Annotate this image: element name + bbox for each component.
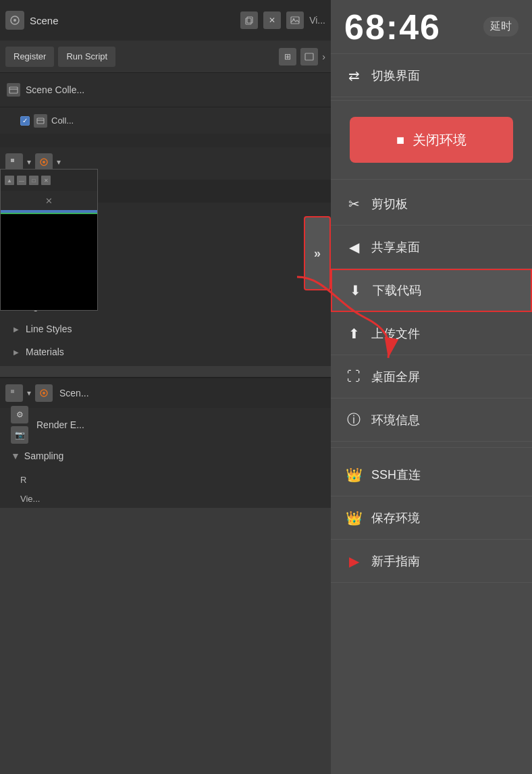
sw-top-bar: ✕ (1, 191, 97, 210)
blender-dropdown-arrow: ▾ (57, 157, 61, 167)
close-env-button[interactable]: ■ 关闭环境 (350, 117, 513, 163)
vie-item: Vie... (0, 489, 331, 508)
view-label: Vi... (309, 15, 325, 26)
render-icons: ⚙ 📷 (11, 406, 28, 444)
toolbar-dropdown-arrow: ▾ (27, 157, 31, 167)
svg-rect-20 (15, 394, 18, 397)
stop-icon: ■ (396, 132, 404, 148)
small-window-content: ✕ (1, 191, 97, 310)
close-btn[interactable]: ✕ (263, 11, 281, 29)
fullscreen-label: 桌面全屏 (371, 369, 420, 385)
image-view-icon[interactable] (300, 48, 318, 66)
coll-icon (34, 114, 47, 128)
sw-close-icon[interactable]: ✕ (45, 196, 53, 206)
clipboard-icon: ✂ (344, 196, 363, 212)
svg-point-22 (43, 392, 45, 394)
save-env-item[interactable]: 👑 保存环境 (331, 496, 532, 540)
env-info-label: 环境信息 (371, 412, 420, 428)
render-row: ⚙ 📷 Render E... (0, 408, 331, 442)
ssh-direct-label: SSH直连 (371, 467, 421, 483)
upload-file-icon: ⬆ (344, 326, 363, 342)
materials-arrow: ▶ (14, 349, 19, 356)
clipboard-label: 剪切板 (371, 196, 408, 212)
collection-checkbox[interactable]: ✓ (20, 116, 30, 126)
share-desktop-item[interactable]: ◀ 共享桌面 (331, 226, 532, 269)
lower-toolbar: ▾ Scen... (0, 378, 331, 408)
lower-blender-icon[interactable] (35, 384, 53, 402)
beginner-guide-item[interactable]: ▶ 新手指南 (331, 540, 532, 583)
expand-panel-button[interactable]: » (304, 216, 331, 290)
line-styles-arrow: ▶ (14, 326, 19, 333)
scene-label: Scene (30, 15, 59, 26)
register-tab[interactable]: Register (5, 47, 54, 67)
svg-rect-14 (15, 163, 18, 166)
layout-icon[interactable]: ⊞ (279, 48, 296, 66)
small-window: ▲ — □ ✕ ✕ (0, 169, 98, 311)
win-maximize-btn[interactable]: □ (29, 176, 38, 185)
save-env-label: 保存环境 (371, 510, 420, 526)
svg-rect-9 (37, 118, 44, 124)
right-panel: 68:46 延时 ⇄ 切换界面 ■ 关闭环境 ✂ 剪切板 ◀ 共享桌面 ⬇ 下载… (331, 0, 532, 774)
materials-label: Materials (26, 346, 64, 357)
image-icon[interactable] (286, 11, 304, 29)
scene-icon (5, 11, 24, 30)
coll-label: Coll... (51, 115, 74, 126)
run-script-tab[interactable]: Run Script (58, 47, 115, 67)
svg-point-1 (14, 19, 16, 22)
render-label: Render E... (36, 419, 84, 430)
sw-black-area (1, 214, 97, 310)
win-minimize-icon[interactable]: ▲ (5, 176, 14, 185)
close-env-label: 关闭环境 (413, 131, 467, 149)
divider-2 (331, 179, 532, 180)
svg-rect-17 (11, 390, 14, 393)
render-icon-bottom[interactable]: 📷 (11, 426, 28, 444)
upload-file-item[interactable]: ⬆ 上传文件 (331, 312, 532, 355)
svg-rect-7 (9, 87, 18, 93)
share-desktop-label: 共享桌面 (371, 239, 420, 255)
svg-rect-11 (11, 159, 14, 162)
fullscreen-item[interactable]: ⛶ 桌面全屏 (331, 355, 532, 398)
download-code-label: 下载代码 (373, 282, 421, 299)
svg-rect-19 (11, 394, 14, 397)
chevron-right-icon: » (314, 247, 321, 261)
render-icon-top[interactable]: ⚙ (11, 406, 28, 423)
collection-row: ✓ Coll... (0, 107, 331, 134)
sampling-header: ▼ Sampling (11, 446, 320, 466)
switch-interface-icon: ⇄ (344, 68, 363, 84)
clock-time: 68:46 (344, 7, 441, 47)
scen-label: Scen... (59, 388, 89, 398)
ssh-direct-item[interactable]: 👑 SSH直连 (331, 453, 532, 496)
svg-rect-13 (11, 163, 14, 166)
lower-dropdown: ▾ (27, 388, 31, 398)
download-code-icon: ⬇ (346, 282, 365, 299)
r-label: R (20, 475, 26, 485)
line-styles-label: Line Styles (26, 324, 72, 334)
scene-collection-icon (7, 83, 20, 97)
delay-badge: 延时 (483, 17, 518, 36)
svg-rect-12 (15, 159, 18, 162)
env-info-item[interactable]: ⓘ 环境信息 (331, 398, 532, 442)
svg-rect-6 (305, 53, 313, 60)
second-bar: Register Run Script ⊞ › (0, 41, 331, 73)
vie-label: Vie... (20, 494, 40, 504)
copy-icon-btn[interactable] (240, 11, 258, 29)
small-window-titlebar: ▲ — □ ✕ (1, 170, 97, 191)
share-desktop-icon: ◀ (344, 239, 363, 255)
clock-area: 68:46 延时 (331, 0, 532, 54)
win-close-btn[interactable]: ✕ (41, 176, 51, 185)
tree-item-materials[interactable]: ▶ Materials (0, 340, 331, 363)
switch-interface-item[interactable]: ⇄ 切换界面 (331, 54, 532, 97)
gap-area (0, 134, 331, 147)
download-code-item[interactable]: ⬇ 下载代码 (331, 269, 532, 312)
divider-1 (331, 100, 532, 101)
clipboard-item[interactable]: ✂ 剪切板 (331, 182, 532, 226)
tree-item-line-styles[interactable]: ▶ Line Styles (0, 317, 331, 340)
divider-3 (331, 447, 532, 448)
lower-layout-icon[interactable] (5, 384, 23, 402)
switch-interface-label: 切换界面 (371, 68, 420, 84)
win-minimize-btn[interactable]: — (17, 176, 26, 185)
lower-panel: ▾ Scen... ⚙ 📷 Render E... ▼ Sampling R V… (0, 377, 331, 508)
svg-point-16 (43, 161, 45, 163)
svg-rect-18 (15, 390, 18, 393)
sampling-section: ▼ Sampling (0, 442, 331, 470)
